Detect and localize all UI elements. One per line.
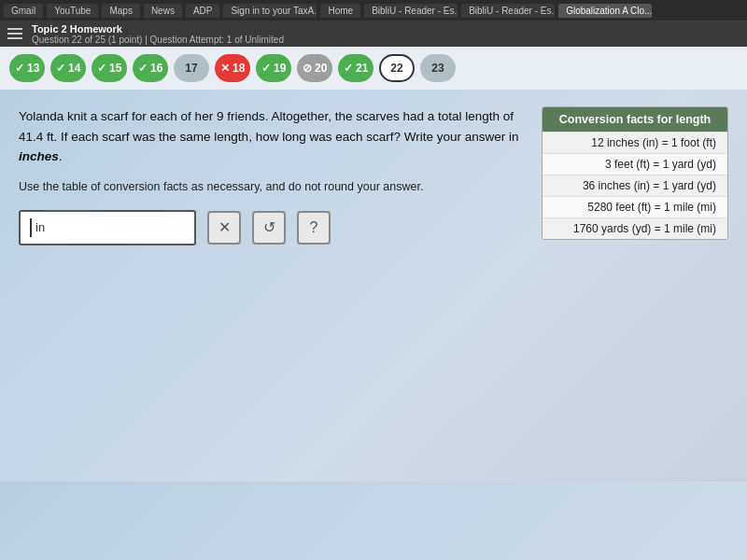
answer-input-box[interactable]: in (19, 210, 196, 245)
tab-bibliu1[interactable]: BibliU - Reader - Es... (364, 4, 458, 18)
tab-bibliu2[interactable]: BibliU - Reader - Es... (461, 4, 555, 18)
main-content: Yolanda knit a scarf for each of her 9 f… (0, 90, 747, 482)
question-nav: ✓ 13 ✓ 14 ✓ 15 ✓ 16 17 ✕ 18 ✓ 19 ⊘ 20 ✓ … (0, 47, 747, 90)
tab-globalization[interactable]: Globalization A Clo... (558, 4, 652, 18)
tab-adp[interactable]: ADP (186, 4, 220, 18)
q-btn-22[interactable]: 22 (379, 54, 415, 82)
bottom-area (0, 482, 747, 560)
tab-taxact[interactable]: Sign in to your TaxA... (223, 4, 317, 18)
instruction-text: Use the table of conversion facts as nec… (19, 180, 523, 193)
conversion-table: Conversion facts for length 12 inches (i… (542, 106, 728, 240)
topic-title: Topic 2 Homework (32, 23, 284, 35)
tab-youtube[interactable]: YouTube (47, 4, 98, 18)
q-btn-18[interactable]: ✕ 18 (215, 54, 250, 82)
question-text: Yolanda knit a scarf for each of her 9 f… (19, 106, 523, 167)
question-area: Yolanda knit a scarf for each of her 9 f… (19, 106, 523, 465)
q-btn-19[interactable]: ✓ 19 (256, 54, 291, 82)
q-btn-16[interactable]: ✓ 16 (133, 54, 168, 82)
topic-subtitle: Question 22 of 25 (1 point) | Question A… (32, 35, 284, 45)
conversion-row-4: 5280 feet (ft) = 1 mile (mi) (543, 196, 727, 217)
tab-news[interactable]: News (144, 4, 182, 18)
q-btn-13[interactable]: ✓ 13 (9, 54, 45, 82)
menu-icon[interactable] (7, 28, 22, 39)
q-btn-17[interactable]: 17 (174, 54, 209, 82)
help-button[interactable]: ? (297, 211, 331, 245)
q-btn-21[interactable]: ✓ 21 (338, 54, 374, 82)
tab-bar: Gmail YouTube Maps News ADP Sign in to y… (0, 0, 747, 21)
answer-unit: in (35, 220, 45, 234)
q-btn-23[interactable]: 23 (420, 54, 456, 82)
tab-home[interactable]: Home (320, 4, 360, 18)
tab-maps[interactable]: Maps (102, 4, 139, 18)
conversion-row-2: 3 feet (ft) = 1 yard (yd) (543, 153, 727, 175)
toolbar: Topic 2 Homework Question 22 of 25 (1 po… (0, 21, 747, 47)
undo-button[interactable]: ↺ (252, 211, 286, 245)
topic-info: Topic 2 Homework Question 22 of 25 (1 po… (32, 23, 284, 45)
text-cursor (30, 218, 32, 237)
conversion-row-1: 12 inches (in) = 1 foot (ft) (543, 132, 727, 153)
conversion-row-3: 36 inches (in) = 1 yard (yd) (543, 175, 727, 196)
tab-gmail[interactable]: Gmail (4, 4, 43, 18)
answer-row: in ✕ ↺ ? (19, 210, 523, 245)
q-btn-14[interactable]: ✓ 14 (50, 54, 86, 82)
conversion-row-5: 1760 yards (yd) = 1 mile (mi) (543, 217, 727, 239)
q-btn-20[interactable]: ⊘ 20 (297, 54, 332, 82)
conversion-table-header: Conversion facts for length (543, 107, 727, 132)
q-btn-15[interactable]: ✓ 15 (92, 54, 127, 82)
clear-button[interactable]: ✕ (207, 211, 241, 245)
